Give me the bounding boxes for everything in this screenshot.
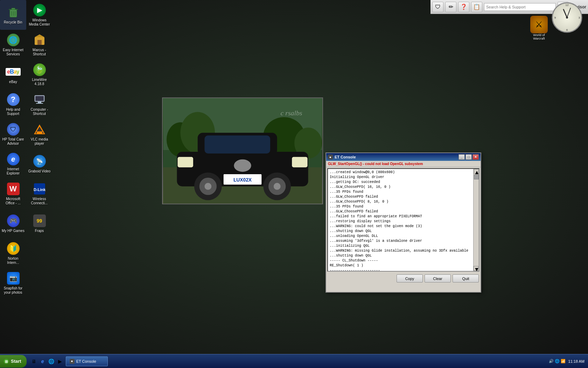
marcus-icon	[33, 33, 47, 47]
desktop-icon-easy-internet[interactable]: 🌐 Easy Internet Services	[0, 30, 26, 60]
desktop-icon-hp-care[interactable]: 🛡 HP Total Care Advisor	[0, 119, 26, 149]
dlink-icon: D-Link	[33, 182, 47, 196]
taskbar-show-desktop[interactable]: 🖥	[30, 357, 38, 365]
start-button[interactable]: ⊞ Start	[0, 355, 27, 368]
svg-point-18	[234, 159, 251, 172]
console-log-text: ...created window@0,0 (800x600) Initiali…	[328, 169, 479, 272]
taskbar-media-icon[interactable]: ▶	[56, 357, 64, 365]
car-image: c rsalbs	[162, 97, 323, 204]
taskbar-sys-icons: 🔊 🌐 📶	[549, 359, 566, 363]
norton-label: Norton Intern...	[2, 257, 24, 265]
desktop-icon-hp-games[interactable]: 🎮 My HP Games	[0, 209, 26, 238]
network-icon[interactable]: 🌐	[555, 359, 560, 363]
svg-text:LUX02X: LUX02X	[233, 177, 252, 183]
desktop-icon-graboid[interactable]: 📡 Graboid Video	[26, 149, 52, 179]
vlc-icon	[33, 122, 47, 136]
recycle-bin-icon	[6, 5, 20, 19]
svg-point-14	[204, 183, 211, 190]
hp-care-icon: 🛡	[6, 122, 20, 136]
desktop-icon-limewire[interactable]: 🍃 LimeWire 4.18.8	[26, 60, 52, 89]
console-buttons: Copy Clear Quit	[326, 273, 481, 284]
fraps-icon: 99	[33, 214, 47, 228]
svg-rect-41	[38, 102, 41, 103]
desktop: c rsalbs	[0, 0, 588, 354]
desktop-icon-norton[interactable]: 🔰 Norton Intern...	[0, 238, 26, 268]
msoffice-label: Microsoft Office - ...	[2, 197, 24, 205]
taskbar-quick-launch: 🖥 e 🌐 ▶	[28, 357, 66, 365]
limewire-icon: 🍃	[33, 63, 47, 77]
clock-time: 11:18 AM	[568, 359, 584, 363]
signal-icon[interactable]: 📶	[561, 359, 566, 363]
desktop-icon-snapfish[interactable]: 📷 Snapfish for your photos	[0, 268, 26, 298]
svg-text:9: 9	[554, 16, 556, 19]
console-title-icon: ■	[328, 155, 333, 159]
taskbar-et-console[interactable]: ■ ET Console	[66, 356, 108, 366]
hp-search-input[interactable]	[484, 3, 556, 11]
clear-button[interactable]: Clear	[425, 274, 451, 282]
desktop-icon-help[interactable]: ? Help and Support	[0, 89, 26, 119]
svg-rect-42	[36, 103, 43, 104]
fraps-label: Fraps	[35, 229, 44, 233]
volume-icon[interactable]: 🔊	[549, 359, 554, 363]
ebay-label: eBay	[9, 80, 17, 84]
recycle-bin-label: Recycle Bin	[4, 20, 22, 25]
graboid-label: Graboid Video	[28, 169, 51, 173]
desktop-icon-vlc[interactable]: VLC media player	[26, 119, 52, 149]
svg-rect-45	[37, 131, 42, 134]
help-label: Help and Support	[2, 108, 24, 116]
limewire-label: LimeWire 4.18.8	[28, 78, 51, 86]
wmc-label: Windows Media Center	[28, 18, 51, 27]
hp-pencil-button[interactable]: ✏	[445, 2, 456, 12]
svg-point-17	[274, 183, 281, 190]
svg-point-29	[566, 16, 568, 19]
svg-text:D-Link: D-Link	[33, 188, 46, 192]
desktop-icon-ebay[interactable]: eBay eBay	[0, 60, 26, 89]
taskbar-ie2-icon[interactable]: 🌐	[48, 357, 55, 365]
taskbar-ie-icon[interactable]: e	[39, 357, 47, 365]
close-button[interactable]: ✕	[472, 154, 479, 160]
desktop-icon-marcus[interactable]: Marcus - Shortcut	[26, 30, 52, 60]
marcus-label: Marcus - Shortcut	[28, 48, 51, 56]
window-controls: _ □ ✕	[458, 154, 479, 160]
et-console-window: ■ ET Console _ □ ✕ GLW_StartOpenGL() - c…	[326, 152, 481, 293]
wow-icon[interactable]: ⚔ World ofWarcraft	[530, 16, 548, 40]
clock-widget: 12 3 6 9	[551, 2, 586, 37]
hp-help-button[interactable]: ❓	[458, 2, 469, 12]
taskbar-system-tray: 🔊 🌐 📶 11:18 AM	[545, 359, 588, 363]
hp-doc-button[interactable]: 📋	[471, 2, 482, 12]
easy-internet-icon: 🌐	[6, 33, 20, 47]
console-body[interactable]: ...created window@0,0 (800x600) Initiali…	[327, 168, 479, 272]
quit-button[interactable]: Quit	[453, 274, 479, 282]
help-icon: ?	[6, 93, 20, 107]
graboid-icon: 📡	[33, 154, 47, 168]
svg-text:3: 3	[579, 16, 580, 19]
wmc-icon: ▶	[33, 3, 47, 17]
easy-internet-label: Easy Internet Services	[2, 48, 24, 56]
svg-rect-10	[177, 157, 193, 168]
ie-label: Internet Explorer	[2, 167, 24, 176]
maximize-button[interactable]: □	[465, 154, 472, 160]
desktop-icon-computer[interactable]: Computer - Shortcut	[26, 89, 52, 119]
hp-games-label: My HP Games	[2, 229, 24, 233]
console-scrollbar[interactable]: ▲ ▼	[473, 169, 479, 271]
desktop-icon-fraps[interactable]: 99 Fraps	[26, 209, 52, 238]
hp-shield-button[interactable]: 🛡	[432, 2, 443, 12]
window-title: ■ ET Console	[328, 155, 356, 159]
desktop-icon-ie[interactable]: e Internet Explorer	[0, 149, 26, 179]
svg-rect-11	[292, 157, 307, 168]
hp-care-label: HP Total Care Advisor	[2, 137, 24, 146]
minimize-button[interactable]: _	[458, 154, 465, 160]
snapfish-icon: 📷	[6, 271, 20, 285]
vlc-label: VLC media player	[28, 137, 51, 146]
desktop-icon-msoffice[interactable]: W Microsoft Office - ...	[0, 179, 26, 209]
copy-button[interactable]: Copy	[397, 274, 423, 282]
desktop-icon-recycle-bin[interactable]: Recycle Bin	[0, 0, 26, 30]
svg-text:⊞: ⊞	[5, 360, 8, 363]
wow-label: World ofWarcraft	[530, 33, 548, 40]
computer-label: Computer - Shortcut	[28, 108, 51, 116]
window-titlebar[interactable]: ■ ET Console _ □ ✕	[326, 153, 481, 161]
desktop-icon-grid: Recycle Bin ▶ Windows Media Center 🌐 Eas…	[0, 0, 52, 298]
desktop-icon-wmc[interactable]: ▶ Windows Media Center	[26, 0, 52, 30]
hp-games-icon: 🎮	[6, 214, 20, 228]
desktop-icon-dlink[interactable]: D-Link Wireless Connecti...	[26, 179, 52, 209]
